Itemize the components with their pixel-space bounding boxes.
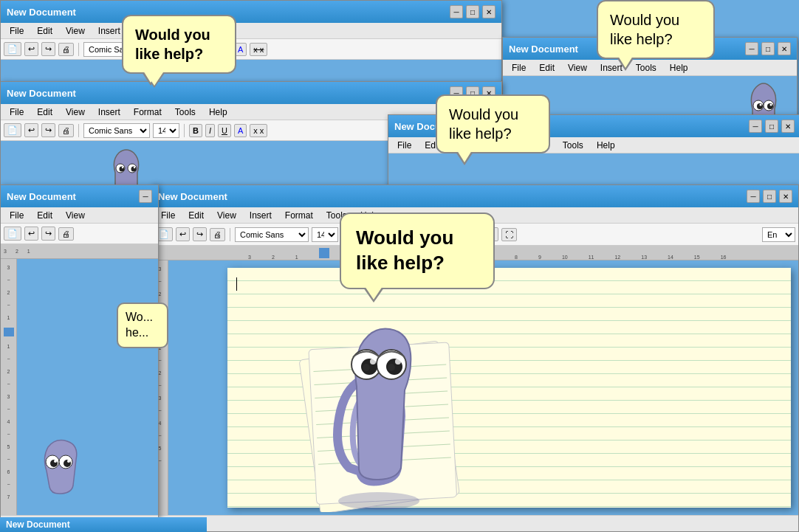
svg-point-28 (370, 359, 376, 365)
redo-btn-left[interactable]: ↪ (41, 227, 55, 241)
title-bar-3: New Document ─ □ ✕ (1, 82, 501, 104)
menu-file-1[interactable]: File (4, 24, 30, 38)
close-btn-1[interactable]: ✕ (482, 5, 495, 18)
new-btn-left[interactable]: 📄 (4, 227, 21, 241)
window-controls-1: ─ □ ✕ (450, 5, 495, 18)
font-select-3[interactable]: Comic Sans (83, 123, 150, 138)
redo-btn-3[interactable]: ↪ (41, 123, 55, 137)
minimize-btn-left[interactable]: ─ (139, 190, 152, 203)
font-select-5[interactable]: Comic Sans (235, 227, 309, 242)
menu-help-2[interactable]: Help (664, 61, 694, 75)
undo-btn-5[interactable]: ↩ (176, 227, 190, 241)
undo-btn-left[interactable]: ↩ (24, 227, 38, 241)
size-select-5[interactable]: 14 (312, 227, 338, 242)
lang-select-5[interactable]: En (762, 227, 795, 242)
minimize-btn-2[interactable]: ─ (745, 42, 758, 55)
strike-btn-1[interactable]: x x (250, 43, 267, 56)
svg-point-5 (760, 104, 762, 106)
menu-file-3[interactable]: File (4, 106, 30, 119)
close-btn-4[interactable]: ✕ (781, 120, 795, 133)
bubble-tail-outer-4 (129, 347, 144, 348)
close-btn-2[interactable]: ✕ (778, 42, 791, 55)
menu-file-left[interactable]: File (4, 209, 30, 222)
bubble-tail-inner-1 (143, 71, 158, 83)
menu-bar-1: File Edit View Insert Help (1, 23, 501, 39)
bubble-tail-inner-5 (365, 286, 383, 300)
underline-btn-3[interactable]: U (218, 124, 231, 137)
menu-format-3[interactable]: Format (128, 106, 168, 119)
speech-bubble-5: Would youlike help? (340, 213, 495, 289)
print-btn-5[interactable]: 🖨 (210, 228, 225, 241)
bubble-text-4: Wo...he... (126, 311, 153, 339)
svg-point-31 (388, 364, 395, 371)
menu-tools-3[interactable]: Tools (169, 106, 202, 119)
window-controls-left: ─ (139, 190, 152, 203)
clippy-svg-main (294, 276, 464, 512)
doc-scroll-5[interactable] (168, 260, 798, 515)
menu-help-4[interactable]: Help (591, 139, 621, 152)
menu-view-5[interactable]: View (211, 209, 242, 222)
menu-tools-4[interactable]: Tools (557, 139, 589, 152)
new-btn-1[interactable]: 📄 (4, 42, 21, 56)
menu-insert-3[interactable]: Insert (92, 106, 126, 119)
undo-btn-3[interactable]: ↩ (24, 123, 38, 137)
window-left-partial: New Document ─ File Edit View 📄 ↩ ↪ 🖨 32… (0, 184, 159, 532)
status-bar-5: Page 1/ (152, 515, 798, 531)
title-3: New Document (7, 88, 76, 99)
svg-point-29 (395, 359, 401, 365)
text-cursor-5 (236, 277, 237, 291)
maximize-btn-4[interactable]: □ (765, 120, 778, 133)
svg-point-37 (67, 460, 70, 463)
italic-btn-3[interactable]: I (205, 124, 215, 137)
strike-btn-3[interactable]: x x (250, 124, 267, 137)
bold-btn-3[interactable]: B (189, 124, 202, 137)
color-btn-3[interactable]: A (234, 124, 247, 137)
h-ruler-left: 321 (1, 244, 158, 259)
bubble-text-2: Would youlike help? (610, 12, 679, 47)
menu-view-3[interactable]: View (60, 106, 91, 119)
title-bar-left: New Document ─ (1, 185, 158, 207)
bubble-text-5: Would youlike help? (356, 227, 453, 274)
menu-view-left[interactable]: View (60, 209, 91, 222)
full-btn-5[interactable]: ⛶ (501, 228, 517, 241)
main-left: 3 − 2 − 1 1 − 2 − 3 − 4 − 5 − 6 − 7 (1, 259, 158, 515)
menu-file-4[interactable]: File (391, 139, 417, 152)
window-content-left: File Edit View 📄 ↩ ↪ 🖨 321 3 − 2 − 1 (1, 207, 158, 531)
menu-view-2[interactable]: View (562, 61, 593, 75)
redo-btn-1[interactable]: ↪ (41, 42, 55, 56)
maximize-btn-5[interactable]: □ (763, 190, 776, 203)
main-content-5: 3 − 2 − 1 1 − 2 − 3 − 4 − 5 − (152, 260, 798, 515)
ruler-tab-5 (319, 248, 329, 258)
print-btn-left[interactable]: 🖨 (58, 227, 74, 241)
print-btn-1[interactable]: 🖨 (58, 43, 74, 56)
menu-format-5[interactable]: Format (279, 209, 319, 222)
menu-view-1[interactable]: View (60, 24, 91, 38)
window-controls-4: ─ □ ✕ (749, 120, 795, 133)
menu-tools-2[interactable]: Tools (630, 61, 662, 75)
menu-edit-1[interactable]: Edit (31, 24, 58, 38)
minimize-btn-5[interactable]: ─ (747, 190, 760, 203)
menu-insert-1[interactable]: Insert (92, 24, 126, 38)
menu-file-5[interactable]: File (155, 209, 181, 222)
minimize-btn-1[interactable]: ─ (450, 5, 463, 18)
menu-edit-5[interactable]: Edit (182, 209, 210, 222)
menu-insert-5[interactable]: Insert (244, 209, 278, 222)
redo-btn-5[interactable]: ↪ (193, 227, 207, 241)
undo-btn-1[interactable]: ↩ (24, 42, 38, 56)
minimize-btn-4[interactable]: ─ (749, 120, 762, 133)
maximize-btn-1[interactable]: □ (466, 5, 479, 18)
maximize-btn-2[interactable]: □ (761, 42, 775, 55)
svg-point-30 (363, 364, 370, 371)
svg-point-11 (122, 167, 123, 168)
menu-edit-left[interactable]: Edit (31, 209, 58, 222)
menu-file-2[interactable]: File (506, 61, 532, 75)
close-btn-5[interactable]: ✕ (779, 190, 792, 203)
menu-edit-2[interactable]: Edit (533, 61, 560, 75)
size-select-3[interactable]: 14 (153, 123, 179, 138)
menu-edit-3[interactable]: Edit (31, 106, 58, 119)
speech-bubble-4: Wo...he... (117, 303, 168, 348)
menu-help-3[interactable]: Help (203, 106, 233, 119)
svg-point-12 (134, 167, 135, 168)
new-btn-3[interactable]: 📄 (4, 123, 21, 137)
print-btn-3[interactable]: 🖨 (58, 124, 74, 137)
